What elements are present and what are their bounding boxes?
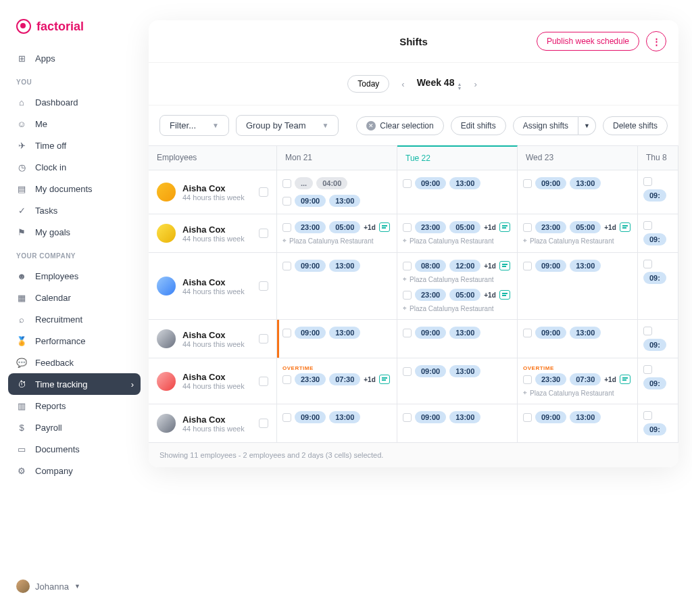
today-button[interactable]: Today xyxy=(347,75,389,93)
nav-mydocs[interactable]: ▤My documents xyxy=(0,178,149,199)
row-checkbox[interactable] xyxy=(259,334,268,343)
delete-shifts-button[interactable]: Delete shifts xyxy=(603,116,668,135)
shift-checkbox[interactable] xyxy=(523,375,532,384)
shift-checkbox[interactable] xyxy=(282,413,291,422)
shift-cell[interactable]: 09:0013:00 xyxy=(518,320,638,358)
shift-cell[interactable]: OVERTIME 23:3007:30+1d xyxy=(277,358,397,404)
message-icon[interactable] xyxy=(379,375,390,384)
nav-mygoals[interactable]: ⚑My goals xyxy=(0,221,149,243)
shift-cell[interactable]: 23:0005:00+1d ⌖Plaza Catalunya Restauran… xyxy=(397,214,518,253)
nav-recruitment[interactable]: ⌕Recruitment xyxy=(0,308,149,330)
row-checkbox[interactable] xyxy=(259,377,268,386)
assign-shifts-more-button[interactable]: ▼ xyxy=(578,116,596,135)
shift-cell[interactable]: 09:0013:00 xyxy=(277,253,397,320)
shift-cell[interactable]: 09:0013:00 xyxy=(397,170,518,214)
shift-cell[interactable]: 09: xyxy=(638,170,678,214)
shift-checkbox[interactable] xyxy=(523,413,532,422)
message-icon[interactable] xyxy=(499,261,510,270)
employee-cell[interactable]: Aisha Cox44 hours this week xyxy=(149,170,277,214)
shift-checkbox[interactable] xyxy=(643,411,652,420)
user-menu[interactable]: Johanna ▼ xyxy=(0,570,149,602)
row-checkbox[interactable] xyxy=(259,229,268,238)
shift-checkbox[interactable] xyxy=(282,375,291,384)
shift-checkbox[interactable] xyxy=(403,413,412,422)
shift-checkbox[interactable] xyxy=(643,260,652,268)
edit-shifts-button[interactable]: Edit shifts xyxy=(451,116,506,135)
row-checkbox[interactable] xyxy=(259,281,268,291)
employee-cell[interactable]: Aisha Cox44 hours this week xyxy=(149,214,277,253)
employee-cell[interactable]: Aisha Cox44 hours this week xyxy=(149,320,277,358)
shift-checkbox[interactable] xyxy=(523,329,532,337)
message-icon[interactable] xyxy=(499,290,510,300)
shift-checkbox[interactable] xyxy=(282,329,291,337)
shift-checkbox[interactable] xyxy=(282,197,291,206)
more-button[interactable]: ⋮ xyxy=(646,31,666,51)
shift-checkbox[interactable] xyxy=(643,221,652,230)
shift-checkbox[interactable] xyxy=(523,223,532,232)
shift-cell[interactable]: 09:0013:00 xyxy=(518,404,638,443)
employee-cell[interactable]: Aisha Cox44 hours this week xyxy=(149,358,277,404)
shift-cell[interactable]: 09: xyxy=(638,358,678,404)
nav-performance[interactable]: 🏅Performance xyxy=(0,330,149,352)
shift-cell[interactable]: 09: xyxy=(638,253,678,320)
publish-button[interactable]: Publish week schedule xyxy=(537,32,639,51)
shift-cell[interactable]: 09:0013:00 xyxy=(518,253,638,320)
shift-cell[interactable]: ...04:00 09:0013:00 xyxy=(277,170,397,214)
employee-cell[interactable]: Aisha Cox44 hours this week xyxy=(149,404,277,443)
shift-checkbox[interactable] xyxy=(643,327,652,335)
message-icon[interactable] xyxy=(379,222,390,232)
nav-dashboard[interactable]: ⌂Dashboard xyxy=(0,91,149,113)
shift-checkbox[interactable] xyxy=(403,291,412,300)
shift-checkbox[interactable] xyxy=(523,179,532,188)
message-icon[interactable] xyxy=(620,375,631,384)
nav-documents[interactable]: ▭Documents xyxy=(0,438,149,460)
shift-checkbox[interactable] xyxy=(403,223,412,232)
shift-cell[interactable]: OVERTIME 23:3007:30+1d ⌖Plaza Catalunya … xyxy=(518,358,638,404)
col-tue[interactable]: Tue 22 xyxy=(397,145,518,170)
shift-checkbox[interactable] xyxy=(643,365,652,374)
nav-me[interactable]: ☺Me xyxy=(0,113,149,135)
shift-checkbox[interactable] xyxy=(403,367,412,376)
row-checkbox[interactable] xyxy=(259,187,268,197)
shift-cell[interactable]: 23:0005:00+1d ⌖Plaza Catalunya Restauran… xyxy=(277,214,397,253)
clear-selection-button[interactable]: ✕Clear selection xyxy=(356,116,443,135)
shift-cell[interactable]: 09:0013:00 xyxy=(518,170,638,214)
shift-checkbox[interactable] xyxy=(403,179,412,188)
shift-cell[interactable]: 23:0005:00+1d ⌖Plaza Catalunya Restauran… xyxy=(518,214,638,253)
message-icon[interactable] xyxy=(620,222,631,232)
shift-checkbox[interactable] xyxy=(403,329,412,337)
shift-cell[interactable]: 08:0012:00+1d ⌖Plaza Catalunya Restauran… xyxy=(397,253,518,320)
col-wed[interactable]: Wed 23 xyxy=(518,146,638,170)
filter-select[interactable]: Filter...▼ xyxy=(159,115,229,136)
nav-company[interactable]: ⚙Company xyxy=(0,460,149,481)
shift-cell[interactable]: 09: xyxy=(638,320,678,358)
shift-checkbox[interactable] xyxy=(523,262,532,270)
week-stepper[interactable]: ▲▼ xyxy=(457,82,462,91)
shift-checkbox[interactable] xyxy=(282,262,291,270)
nav-timeoff[interactable]: ✈Time off xyxy=(0,135,149,156)
shift-checkbox[interactable] xyxy=(282,223,291,232)
nav-tasks[interactable]: ✓Tasks xyxy=(0,199,149,221)
shift-cell[interactable]: 09:0013:00 xyxy=(397,404,518,443)
nav-employees[interactable]: ☻Employees xyxy=(0,265,149,287)
prev-week-button[interactable]: ‹ xyxy=(399,76,407,92)
nav-timetracking[interactable]: ⏱Time tracking› xyxy=(8,373,141,395)
groupby-select[interactable]: Group by Team▼ xyxy=(236,115,339,136)
row-checkbox[interactable] xyxy=(259,419,268,428)
shift-checkbox[interactable] xyxy=(643,177,652,186)
next-week-button[interactable]: › xyxy=(471,76,479,92)
assign-shifts-button[interactable]: Assign shifts xyxy=(513,116,578,135)
nav-clockin[interactable]: ◷Clock in xyxy=(0,156,149,178)
nav-payroll[interactable]: $Payroll xyxy=(0,417,149,438)
shift-checkbox[interactable] xyxy=(282,179,291,188)
shift-checkbox[interactable] xyxy=(403,262,412,270)
nav-calendar[interactable]: ▦Calendar xyxy=(0,287,149,308)
employee-cell[interactable]: Aisha Cox44 hours this week xyxy=(149,253,277,320)
nav-feedback[interactable]: 💬Feedback xyxy=(0,352,149,373)
shift-cell[interactable]: 09:0013:00 xyxy=(397,320,518,358)
shift-cell[interactable]: 09:0013:00 xyxy=(277,404,397,443)
shift-cell[interactable]: 09:0013:00 xyxy=(277,320,397,358)
nav-apps[interactable]: ⊞ Apps xyxy=(0,47,149,69)
shift-cell[interactable]: 09: xyxy=(638,404,678,443)
col-thu[interactable]: Thu 8 xyxy=(638,146,678,170)
